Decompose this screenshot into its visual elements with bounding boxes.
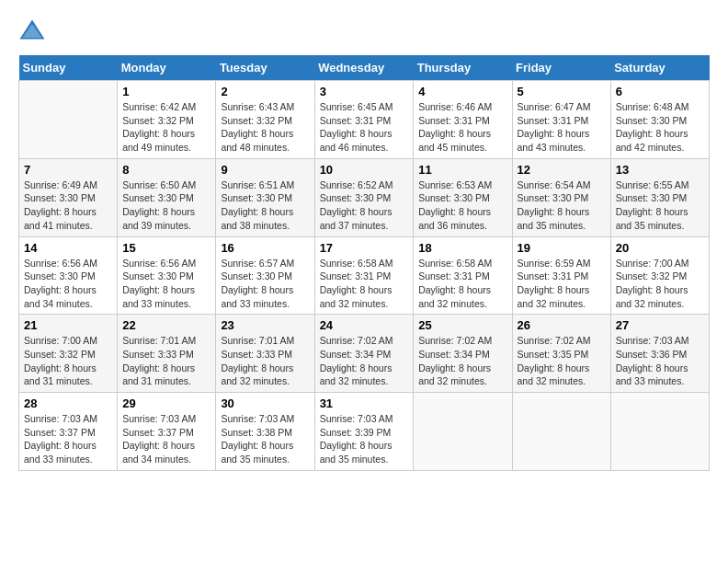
calendar-cell: 27Sunrise: 7:03 AM Sunset: 3:36 PM Dayli… <box>610 315 709 393</box>
day-info: Sunrise: 6:42 AM Sunset: 3:32 PM Dayligh… <box>122 100 210 155</box>
day-number: 23 <box>221 318 309 332</box>
day-info: Sunrise: 6:58 AM Sunset: 3:31 PM Dayligh… <box>418 257 506 311</box>
day-of-week-header: Saturday <box>610 55 709 81</box>
day-number: 17 <box>320 241 409 255</box>
day-number: 28 <box>24 396 112 410</box>
calendar-cell: 29Sunrise: 7:03 AM Sunset: 3:37 PM Dayli… <box>118 393 216 471</box>
calendar-cell: 13Sunrise: 6:55 AM Sunset: 3:30 PM Dayli… <box>610 158 709 236</box>
day-number: 2 <box>221 85 309 98</box>
calendar-cell: 21Sunrise: 7:00 AM Sunset: 3:32 PM Dayli… <box>19 315 118 393</box>
day-of-week-header: Monday <box>118 55 216 81</box>
calendar-cell <box>610 393 709 471</box>
day-number: 7 <box>24 163 112 177</box>
calendar-cell: 31Sunrise: 7:03 AM Sunset: 3:39 PM Dayli… <box>314 393 414 471</box>
calendar-cell: 24Sunrise: 7:02 AM Sunset: 3:34 PM Dayli… <box>314 315 414 393</box>
day-of-week-header: Thursday <box>414 55 512 81</box>
calendar-cell: 14Sunrise: 6:56 AM Sunset: 3:30 PM Dayli… <box>19 236 118 315</box>
calendar-week-row: 21Sunrise: 7:00 AM Sunset: 3:32 PM Dayli… <box>19 315 710 393</box>
day-info: Sunrise: 6:43 AM Sunset: 3:32 PM Dayligh… <box>221 100 309 155</box>
logo <box>18 18 50 46</box>
calendar-header-row: SundayMondayTuesdayWednesdayThursdayFrid… <box>19 55 710 81</box>
day-info: Sunrise: 6:49 AM Sunset: 3:30 PM Dayligh… <box>24 178 112 233</box>
day-number: 29 <box>122 396 210 410</box>
day-number: 24 <box>320 318 409 332</box>
calendar-week-row: 1Sunrise: 6:42 AM Sunset: 3:32 PM Daylig… <box>19 81 710 159</box>
day-info: Sunrise: 7:01 AM Sunset: 3:33 PM Dayligh… <box>221 334 309 388</box>
calendar-week-row: 28Sunrise: 7:03 AM Sunset: 3:37 PM Dayli… <box>19 393 710 471</box>
calendar-cell <box>414 393 512 471</box>
day-number: 5 <box>518 85 606 98</box>
calendar-cell: 19Sunrise: 6:59 AM Sunset: 3:31 PM Dayli… <box>512 236 610 315</box>
day-number: 25 <box>418 318 506 332</box>
calendar-cell: 26Sunrise: 7:02 AM Sunset: 3:35 PM Dayli… <box>512 315 610 393</box>
calendar-cell: 16Sunrise: 6:57 AM Sunset: 3:30 PM Dayli… <box>216 236 314 315</box>
day-of-week-header: Sunday <box>19 55 118 81</box>
day-info: Sunrise: 7:03 AM Sunset: 3:38 PM Dayligh… <box>221 412 309 466</box>
day-info: Sunrise: 6:46 AM Sunset: 3:31 PM Dayligh… <box>418 100 506 155</box>
day-info: Sunrise: 6:55 AM Sunset: 3:30 PM Dayligh… <box>616 178 704 233</box>
calendar-cell: 9Sunrise: 6:51 AM Sunset: 3:30 PM Daylig… <box>216 158 314 236</box>
calendar-cell: 3Sunrise: 6:45 AM Sunset: 3:31 PM Daylig… <box>314 81 414 159</box>
day-info: Sunrise: 6:53 AM Sunset: 3:30 PM Dayligh… <box>418 178 506 233</box>
calendar-cell: 6Sunrise: 6:48 AM Sunset: 3:30 PM Daylig… <box>610 81 709 159</box>
day-info: Sunrise: 7:02 AM Sunset: 3:34 PM Dayligh… <box>320 334 409 388</box>
calendar-cell: 17Sunrise: 6:58 AM Sunset: 3:31 PM Dayli… <box>314 236 414 315</box>
day-number: 11 <box>418 163 506 177</box>
day-info: Sunrise: 6:47 AM Sunset: 3:31 PM Dayligh… <box>518 100 606 155</box>
day-of-week-header: Friday <box>512 55 610 81</box>
day-info: Sunrise: 6:57 AM Sunset: 3:30 PM Dayligh… <box>221 257 309 311</box>
calendar-cell: 1Sunrise: 6:42 AM Sunset: 3:32 PM Daylig… <box>118 81 216 159</box>
day-number: 14 <box>24 241 112 255</box>
day-number: 19 <box>518 241 606 255</box>
day-number: 22 <box>122 318 210 332</box>
calendar-cell: 10Sunrise: 6:52 AM Sunset: 3:30 PM Dayli… <box>314 158 414 236</box>
day-info: Sunrise: 6:51 AM Sunset: 3:30 PM Dayligh… <box>221 178 309 233</box>
day-info: Sunrise: 7:01 AM Sunset: 3:33 PM Dayligh… <box>122 334 210 388</box>
day-number: 18 <box>418 241 506 255</box>
calendar: SundayMondayTuesdayWednesdayThursdayFrid… <box>18 55 710 471</box>
day-info: Sunrise: 6:58 AM Sunset: 3:31 PM Dayligh… <box>320 257 409 311</box>
day-number: 26 <box>518 318 606 332</box>
day-info: Sunrise: 7:03 AM Sunset: 3:37 PM Dayligh… <box>24 412 112 466</box>
day-number: 3 <box>320 85 409 98</box>
day-info: Sunrise: 7:00 AM Sunset: 3:32 PM Dayligh… <box>616 257 704 311</box>
day-info: Sunrise: 6:48 AM Sunset: 3:30 PM Dayligh… <box>616 100 704 155</box>
day-number: 8 <box>122 163 210 177</box>
calendar-cell: 8Sunrise: 6:50 AM Sunset: 3:30 PM Daylig… <box>118 158 216 236</box>
calendar-cell: 15Sunrise: 6:56 AM Sunset: 3:30 PM Dayli… <box>118 236 216 315</box>
calendar-cell: 22Sunrise: 7:01 AM Sunset: 3:33 PM Dayli… <box>118 315 216 393</box>
day-info: Sunrise: 6:45 AM Sunset: 3:31 PM Dayligh… <box>320 100 409 155</box>
calendar-cell <box>19 81 118 159</box>
day-info: Sunrise: 6:56 AM Sunset: 3:30 PM Dayligh… <box>122 257 210 311</box>
calendar-cell: 11Sunrise: 6:53 AM Sunset: 3:30 PM Dayli… <box>414 158 512 236</box>
day-info: Sunrise: 7:02 AM Sunset: 3:35 PM Dayligh… <box>518 334 606 388</box>
day-info: Sunrise: 6:56 AM Sunset: 3:30 PM Dayligh… <box>24 257 112 311</box>
day-info: Sunrise: 7:03 AM Sunset: 3:39 PM Dayligh… <box>320 412 409 466</box>
calendar-cell: 28Sunrise: 7:03 AM Sunset: 3:37 PM Dayli… <box>19 393 118 471</box>
logo-icon <box>18 18 46 46</box>
calendar-cell: 4Sunrise: 6:46 AM Sunset: 3:31 PM Daylig… <box>414 81 512 159</box>
day-info: Sunrise: 6:52 AM Sunset: 3:30 PM Dayligh… <box>320 178 409 233</box>
day-number: 6 <box>616 85 704 98</box>
day-number: 4 <box>418 85 506 98</box>
calendar-cell <box>512 393 610 471</box>
calendar-cell: 5Sunrise: 6:47 AM Sunset: 3:31 PM Daylig… <box>512 81 610 159</box>
calendar-cell: 2Sunrise: 6:43 AM Sunset: 3:32 PM Daylig… <box>216 81 314 159</box>
day-number: 16 <box>221 241 309 255</box>
calendar-cell: 20Sunrise: 7:00 AM Sunset: 3:32 PM Dayli… <box>610 236 709 315</box>
day-number: 9 <box>221 163 309 177</box>
day-info: Sunrise: 7:00 AM Sunset: 3:32 PM Dayligh… <box>24 334 112 388</box>
day-number: 12 <box>518 163 606 177</box>
calendar-week-row: 7Sunrise: 6:49 AM Sunset: 3:30 PM Daylig… <box>19 158 710 236</box>
calendar-cell: 25Sunrise: 7:02 AM Sunset: 3:34 PM Dayli… <box>414 315 512 393</box>
day-number: 20 <box>616 241 704 255</box>
day-info: Sunrise: 6:50 AM Sunset: 3:30 PM Dayligh… <box>122 178 210 233</box>
day-number: 1 <box>122 85 210 98</box>
day-number: 15 <box>122 241 210 255</box>
day-number: 30 <box>221 396 309 410</box>
calendar-cell: 30Sunrise: 7:03 AM Sunset: 3:38 PM Dayli… <box>216 393 314 471</box>
day-info: Sunrise: 7:03 AM Sunset: 3:37 PM Dayligh… <box>122 412 210 466</box>
day-number: 31 <box>320 396 409 410</box>
calendar-cell: 23Sunrise: 7:01 AM Sunset: 3:33 PM Dayli… <box>216 315 314 393</box>
day-info: Sunrise: 7:03 AM Sunset: 3:36 PM Dayligh… <box>616 334 704 388</box>
